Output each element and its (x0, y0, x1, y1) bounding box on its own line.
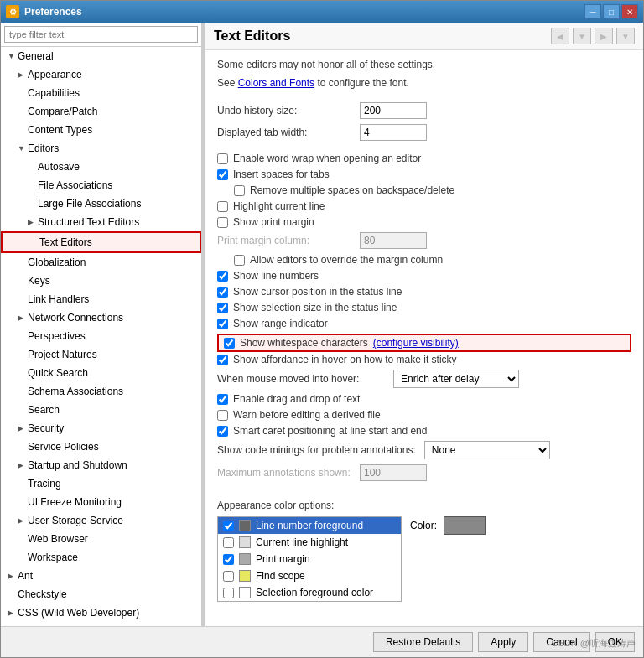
tree-item-quick-search[interactable]: Quick Search (1, 364, 201, 382)
color-item-printmargin[interactable]: Print margin (218, 551, 401, 567)
maximize-button[interactable]: □ (603, 4, 620, 19)
tree-item-network[interactable]: Network Connections (1, 308, 201, 327)
color-section: Appearance color options: Line number fo… (217, 500, 631, 602)
showwhitespace-checkbox[interactable] (224, 338, 235, 349)
showrange-row: Show range indicator (217, 318, 631, 329)
show-code-select[interactable]: None All Errors Warnings (424, 441, 550, 459)
tab-width-input[interactable] (360, 124, 427, 141)
minimize-button[interactable]: ─ (584, 4, 601, 19)
tree-item-appearance[interactable]: Appearance (1, 65, 201, 84)
color-item-curline[interactable]: Current line highlight (218, 534, 401, 551)
description2-end: to configure the font. (317, 77, 408, 89)
color-item-findscope[interactable]: Find scope (218, 567, 401, 584)
color-item-linenum[interactable]: Line number foreground (218, 517, 401, 534)
back-button[interactable]: ◀ (551, 28, 569, 44)
showselection-checkbox[interactable] (217, 303, 228, 313)
color-item-linenum-checkbox[interactable] (223, 521, 234, 531)
tree-item-web-browser[interactable]: Web Browser (1, 530, 201, 548)
showrange-label: Show range indicator (233, 318, 328, 329)
insertspaces-checkbox[interactable] (217, 169, 228, 180)
tree-item-tracing[interactable]: Tracing (1, 474, 201, 493)
when-mouse-label: When mouse moved into hover: (217, 373, 385, 385)
tree-item-structured-text[interactable]: Structured Text Editors (1, 213, 201, 231)
color-item-printmargin-checkbox[interactable] (223, 554, 234, 565)
max-annotations-input[interactable] (360, 464, 427, 481)
tree-item-checkstyle[interactable]: Checkstyle (1, 585, 201, 604)
showrange-checkbox[interactable] (217, 319, 228, 329)
apply-button[interactable]: Apply (478, 632, 528, 652)
enabledragdrop-row: Enable drag and drop of text (217, 393, 631, 405)
color-item-selfg[interactable]: Selection foreground color (218, 584, 401, 601)
tree-item-editors[interactable]: Editors (1, 139, 201, 158)
restore-defaults-button[interactable]: Restore Defaults (373, 632, 473, 652)
tree-item-search[interactable]: Search (1, 401, 201, 419)
highlightcurrent-row: Highlight current line (217, 200, 631, 212)
tree-item-workspace[interactable]: Workspace (1, 548, 201, 567)
tree-label-compare: Compare/Patch (28, 104, 97, 119)
forward-button[interactable]: ▶ (595, 28, 613, 44)
undo-history-input[interactable] (360, 102, 427, 119)
forward-button-dropdown2[interactable]: ▼ (616, 28, 635, 44)
tree-item-text-editors[interactable]: Text Editors (1, 231, 201, 253)
tree-item-css-wild[interactable]: CSS (Wild Web Developer) (1, 604, 201, 622)
ok-button[interactable]: OK (595, 632, 635, 652)
colors-fonts-link[interactable]: Colors and Fonts (238, 77, 314, 89)
showprint-row: Show print margin (217, 216, 631, 228)
tree-label-quick-search: Quick Search (28, 365, 88, 381)
window-title: Preferences (24, 6, 579, 18)
tree-item-link-handlers[interactable]: Link Handlers (1, 290, 201, 308)
highlightcurrent-checkbox[interactable] (217, 201, 228, 212)
arrow-security (18, 421, 28, 436)
tree-item-compare[interactable]: Compare/Patch (1, 102, 201, 121)
close-button[interactable]: ✕ (621, 4, 638, 19)
tree-item-schema[interactable]: Schema Associations (1, 382, 201, 401)
tree-label-web-browser: Web Browser (28, 531, 88, 547)
enabledragdrop-checkbox[interactable] (217, 394, 228, 405)
smartcaret-row: Smart caret positioning at line start an… (217, 425, 631, 437)
tree-item-ui-freeze[interactable]: UI Freeze Monitoring (1, 493, 201, 511)
color-item-curline-checkbox[interactable] (223, 537, 234, 548)
enabledragdrop-label: Enable drag and drop of text (233, 393, 360, 405)
smartcaret-checkbox[interactable] (217, 426, 228, 437)
showprint-checkbox[interactable] (217, 217, 228, 228)
tree-label-service-policies: Service Policies (28, 439, 99, 454)
allowoverride-checkbox[interactable] (234, 255, 245, 266)
showcursor-checkbox[interactable] (217, 287, 228, 298)
cancel-button[interactable]: Cancel (533, 632, 589, 652)
color-item-findscope-checkbox[interactable] (223, 571, 234, 582)
arrow-ant (8, 568, 18, 583)
arrow-network (18, 310, 28, 325)
tree-item-content-types[interactable]: Content Types (1, 121, 201, 139)
forward-button-dropdown[interactable]: ▼ (573, 28, 591, 44)
removemultiple-row: Remove multiple spaces on backspace/dele… (217, 184, 631, 196)
tree-item-globalization[interactable]: Globalization (1, 253, 201, 272)
when-mouse-select[interactable]: Enrich after delay Never enrich hover En… (393, 370, 519, 388)
tree-item-autosave[interactable]: Autosave (1, 158, 201, 176)
tree-item-service-policies[interactable]: Service Policies (1, 438, 201, 456)
tree-label-capabilities: Capabilities (28, 85, 80, 101)
wordwrap-checkbox[interactable] (217, 153, 228, 164)
tree-item-security[interactable]: Security (1, 419, 201, 438)
filter-input[interactable] (4, 26, 198, 43)
tree-item-capabilities[interactable]: Capabilities (1, 84, 201, 102)
tree-item-user-storage[interactable]: User Storage Service (1, 511, 201, 530)
color-swatch-selected[interactable] (444, 516, 486, 535)
tree-item-ant[interactable]: Ant (1, 567, 201, 585)
tree-item-project-natures[interactable]: Project Natures (1, 345, 201, 364)
tree-item-keys[interactable]: Keys (1, 272, 201, 290)
color-item-selfg-checkbox[interactable] (223, 588, 234, 598)
tree-item-large-file[interactable]: Large File Associations (1, 194, 201, 213)
tree-item-file-assoc[interactable]: File Associations (1, 176, 201, 194)
right-body: Some editors may not honor all of these … (205, 50, 643, 626)
removemultiple-checkbox[interactable] (234, 185, 245, 196)
tree-item-perspectives[interactable]: Perspectives (1, 327, 201, 345)
showlinenumbers-checkbox[interactable] (217, 271, 228, 282)
showaffordance-checkbox[interactable] (217, 355, 228, 365)
tree-item-startup[interactable]: Startup and Shutdown (1, 456, 201, 474)
tree-label-schema: Schema Associations (28, 384, 123, 399)
color-swatch-selfg (239, 587, 251, 598)
warnderived-checkbox[interactable] (217, 410, 228, 421)
configure-visibility-link[interactable]: (configure visibility) (373, 337, 459, 349)
print-margin-input[interactable] (360, 232, 427, 249)
tree-item-general[interactable]: General (1, 47, 201, 65)
